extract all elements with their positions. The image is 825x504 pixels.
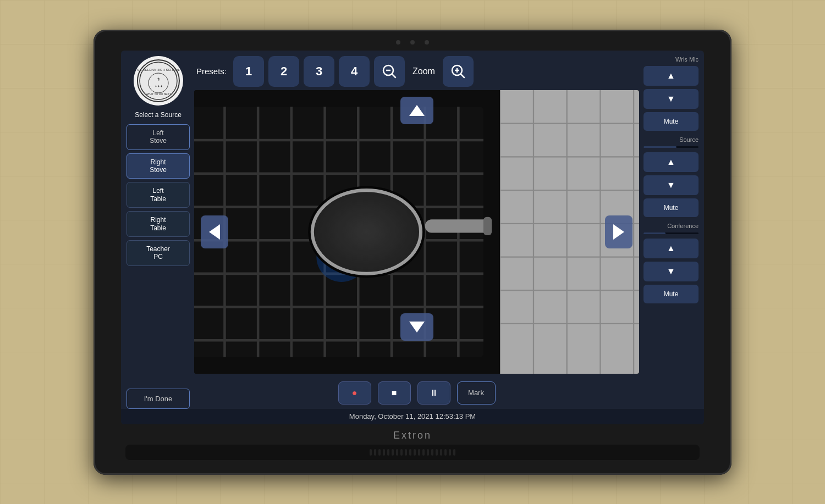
- ptz-left-arrow-icon: [209, 224, 220, 240]
- select-source-label: Select a Source: [135, 111, 182, 119]
- svg-line-13: [461, 74, 464, 77]
- datetime-display: Monday, October 11, 2021 12:53:13 PM: [349, 412, 476, 420]
- conference-vol-up-button[interactable]: ▲: [644, 239, 698, 258]
- svg-text:⚜: ⚜: [156, 77, 160, 82]
- device-top-bar: [94, 30, 732, 51]
- conference-slider-fill: [644, 232, 666, 234]
- right-table-button[interactable]: RightTable: [127, 211, 190, 237]
- conference-vol-down-button[interactable]: ▼: [644, 262, 698, 281]
- center-panel: Presets: 1 2 3 4 Zoom: [194, 56, 639, 409]
- source-slider-track: [644, 146, 698, 148]
- svg-text:WHAT TO DO NEXT: WHAT TO DO NEXT: [145, 92, 170, 96]
- speaker-hole: [453, 449, 455, 456]
- source-audio-label: Source: [644, 136, 698, 143]
- speaker-hole: [422, 449, 425, 456]
- recording-controls: ● ■ ⏸ Mark: [194, 377, 639, 409]
- teacher-pc-button[interactable]: TeacherPC: [127, 240, 190, 266]
- left-table-button[interactable]: LeftTable: [127, 182, 190, 208]
- right-stove-button[interactable]: RightStove: [127, 153, 190, 179]
- source-vol-up-button[interactable]: ▲: [644, 152, 698, 172]
- source-vol-down-button[interactable]: ▼: [644, 175, 698, 195]
- camera-indicator: [396, 40, 400, 45]
- preset-4-button[interactable]: 4: [339, 56, 370, 87]
- speaker-hole: [409, 449, 411, 456]
- speaker-hole: [418, 449, 420, 456]
- ptz-down-button[interactable]: [400, 313, 433, 341]
- preset-2-button[interactable]: 2: [268, 56, 299, 87]
- speaker-hole: [383, 449, 385, 456]
- screen-content: ST. HELENA HIGH SCHOOL ⚜ ✦✦✦ WHAT TO DO …: [121, 51, 704, 409]
- pause-icon: ⏸: [430, 388, 438, 398]
- pause-button[interactable]: ⏸: [417, 381, 450, 405]
- conference-mute-button[interactable]: Mute: [644, 285, 698, 303]
- svg-point-47: [312, 190, 421, 274]
- speaker-hole: [405, 449, 407, 456]
- speaker-hole: [392, 449, 394, 456]
- svg-text:ST. HELENA HIGH SCHOOL: ST. HELENA HIGH SCHOOL: [137, 68, 180, 71]
- zoom-label: Zoom: [413, 67, 435, 76]
- speaker-hole: [387, 449, 389, 456]
- svg-line-9: [392, 74, 395, 77]
- speaker-hole: [414, 449, 416, 456]
- ptz-up-button[interactable]: [400, 97, 433, 124]
- ptz-left-button[interactable]: [201, 215, 228, 248]
- zoom-in-button[interactable]: [443, 56, 474, 87]
- source-mute-button[interactable]: Mute: [644, 198, 698, 217]
- speaker-hole: [427, 449, 429, 456]
- wrls-mic-label: Wrls Mic: [644, 56, 698, 63]
- camera-lens: [410, 40, 415, 45]
- camera-view: [194, 90, 639, 374]
- zoom-in-icon: [450, 64, 466, 79]
- wrlsMic-vol-up-button[interactable]: ▲: [644, 66, 698, 86]
- speaker-hole: [374, 449, 376, 456]
- extron-brand-label: Extron: [393, 430, 432, 441]
- source-slider-fill: [644, 146, 676, 148]
- record-icon: ●: [352, 388, 358, 398]
- ptz-right-button[interactable]: [605, 215, 632, 248]
- speaker-hole: [440, 449, 442, 456]
- speaker-hole: [396, 449, 398, 456]
- school-logo: ST. HELENA HIGH SCHOOL ⚜ ✦✦✦ WHAT TO DO …: [134, 56, 183, 106]
- left-panel: ST. HELENA HIGH SCHOOL ⚜ ✦✦✦ WHAT TO DO …: [127, 56, 190, 409]
- conference-slider-track: [644, 232, 698, 234]
- svg-rect-48: [425, 219, 492, 232]
- mark-button[interactable]: Mark: [457, 381, 496, 405]
- conference-label: Conference: [644, 223, 698, 229]
- stop-button[interactable]: ■: [378, 381, 411, 405]
- preset-3-button[interactable]: 3: [304, 56, 334, 87]
- presets-row: Presets: 1 2 3 4 Zoom: [194, 56, 639, 87]
- extron-device: ST. HELENA HIGH SCHOOL ⚜ ✦✦✦ WHAT TO DO …: [94, 30, 732, 475]
- zoom-out-button[interactable]: [374, 56, 405, 87]
- ptz-up-arrow-icon: [409, 105, 425, 116]
- record-button[interactable]: ●: [338, 381, 371, 405]
- svg-text:✦✦✦: ✦✦✦: [154, 85, 162, 88]
- status-bar: Monday, October 11, 2021 12:53:13 PM: [121, 409, 704, 424]
- speaker-grille: [125, 445, 700, 460]
- speaker-hole: [444, 449, 447, 456]
- wrlsMic-mute-button[interactable]: Mute: [644, 112, 698, 131]
- speaker-holes: [370, 449, 455, 456]
- left-stove-button[interactable]: LeftStove: [127, 124, 190, 150]
- stop-icon: ■: [392, 388, 397, 398]
- zoom-out-icon: [382, 64, 397, 79]
- ptz-down-arrow-icon: [409, 322, 425, 333]
- speaker-hole: [378, 449, 381, 456]
- speaker-hole: [431, 449, 433, 456]
- touchscreen: ST. HELENA HIGH SCHOOL ⚜ ✦✦✦ WHAT TO DO …: [121, 51, 704, 424]
- presets-label: Presets:: [196, 67, 227, 76]
- wrlsMic-vol-down-button[interactable]: ▼: [644, 89, 698, 109]
- preset-1-button[interactable]: 1: [233, 56, 264, 87]
- im-done-button[interactable]: I'm Done: [127, 389, 190, 409]
- speaker-hole: [449, 449, 451, 456]
- right-panel: Wrls Mic ▲ ▼ Mute Source ▲ ▼ Mute Confer…: [644, 56, 698, 409]
- speaker-hole: [370, 449, 372, 456]
- speaker-hole: [436, 449, 438, 456]
- svg-rect-49: [483, 217, 492, 235]
- ptz-right-arrow-icon: [613, 224, 624, 240]
- speaker-hole: [400, 449, 403, 456]
- camera-indicator-2: [425, 40, 429, 45]
